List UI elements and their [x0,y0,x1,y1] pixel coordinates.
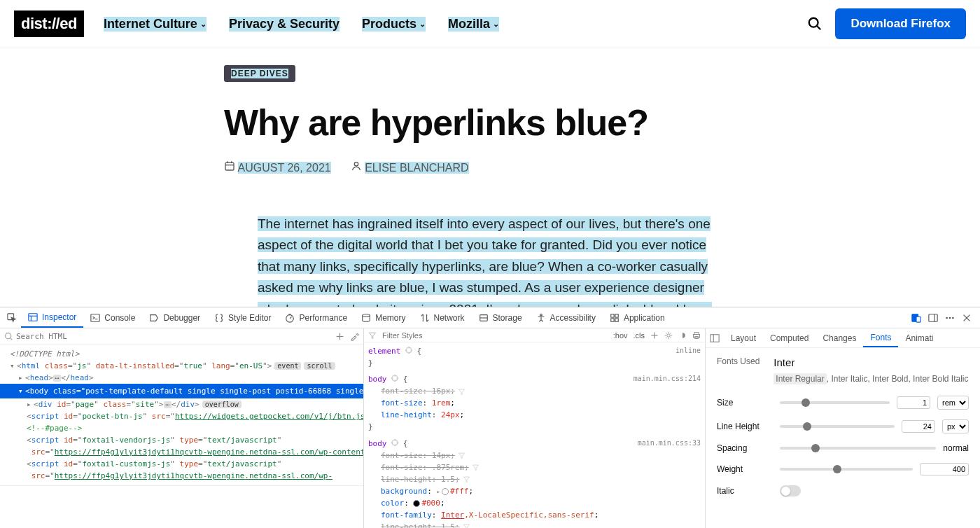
add-node-icon[interactable] [335,332,344,341]
svg-point-6 [354,162,358,166]
tab-inspector[interactable]: Inspector [21,307,83,328]
close-icon[interactable] [962,313,972,323]
chevron-down-icon: ⌄ [419,20,426,29]
responsive-mode-icon[interactable] [911,313,921,323]
devtools-tabs: Inspector Console Debugger Style Editor … [0,307,980,328]
person-icon [351,160,362,172]
print-mode-icon[interactable] [692,331,701,340]
svg-rect-17 [611,314,614,317]
tab-memory[interactable]: Memory [354,307,412,328]
kebab-menu-icon[interactable] [945,313,955,323]
search-icon [4,332,13,341]
search-icon[interactable] [807,16,822,32]
dark-mode-icon[interactable] [678,331,687,340]
devtools-panel: Inspector Console Debugger Style Editor … [0,307,980,341]
tab-accessibility[interactable]: Accessibility [529,307,603,328]
chevron-down-icon: ⌄ [493,20,499,29]
article: DEEP DIVES Why are hyperlinks blue? AUGU… [224,48,756,341]
svg-point-30 [6,333,11,339]
styles-panel: :hov .cls inlineelement {} main.min.css:… [364,328,706,341]
tab-console[interactable]: Console [83,307,142,328]
add-rule-icon[interactable] [650,331,659,340]
svg-rect-8 [29,313,37,321]
tab-layout[interactable]: Layout [724,328,763,341]
nav-privacy-security[interactable]: Privacy & Security [229,17,340,32]
article-date: AUGUST 26, 2021 [224,160,331,174]
article-title: Why are hyperlinks blue? [224,102,756,144]
dom-panel: <!DOCTYPE html> <html class="js" data-lt… [0,328,364,341]
tab-performance[interactable]: Performance [278,307,354,328]
svg-rect-37 [694,332,699,334]
svg-line-31 [10,338,12,340]
site-logo[interactable]: dist://ed [14,11,84,37]
tab-storage[interactable]: Storage [472,307,529,328]
calendar-icon [224,160,235,172]
nav-internet-culture[interactable]: Internet Culture ⌄ [104,17,206,32]
svg-rect-18 [615,314,618,317]
eyedropper-icon[interactable] [350,332,359,341]
dock-side-icon[interactable] [928,313,938,323]
chevron-down-icon: ⌄ [200,20,206,29]
light-mode-icon[interactable] [664,331,673,340]
dom-search-input[interactable] [16,332,335,341]
article-meta: AUGUST 26, 2021 ELISE BLANCHARD [224,160,756,174]
tab-animations[interactable]: Animati [898,328,940,341]
inspect-element-icon[interactable] [7,313,17,323]
tab-fonts[interactable]: Fonts [863,328,898,341]
svg-rect-38 [694,334,700,338]
svg-point-36 [667,333,671,337]
tab-changes[interactable]: Changes [816,328,863,341]
site-header: dist://ed Internet Culture ⌄ Privacy & S… [0,0,980,48]
svg-point-0 [809,18,818,27]
tab-application[interactable]: Application [603,307,672,328]
tab-style-editor[interactable]: Style Editor [207,307,278,328]
sidebar-toggle-icon[interactable] [710,333,720,342]
svg-line-1 [817,26,821,30]
tab-network[interactable]: Network [413,307,472,328]
svg-rect-20 [615,318,618,321]
svg-rect-22 [916,317,920,322]
svg-rect-43 [710,334,719,341]
tab-computed[interactable]: Computed [763,328,816,341]
main-nav: Internet Culture ⌄ Privacy & Security Pr… [104,17,808,32]
svg-point-27 [952,317,954,319]
svg-point-25 [946,317,948,319]
filter-icon [368,331,377,340]
cls-button[interactable]: .cls [634,331,645,340]
svg-rect-19 [611,318,614,321]
filter-styles-input[interactable] [382,331,608,340]
nav-mozilla[interactable]: Mozilla ⌄ [448,17,499,32]
fonts-panel: Layout Computed Changes Fonts Animati Fo… [706,328,980,341]
category-badge[interactable]: DEEP DIVES [224,65,295,82]
dom-search-row [0,328,363,341]
download-firefox-button[interactable]: Download Firefox [835,8,966,39]
nav-products[interactable]: Products ⌄ [362,17,426,32]
svg-point-16 [540,314,542,316]
svg-rect-2 [225,162,234,170]
svg-point-26 [949,317,951,319]
article-author[interactable]: ELISE BLANCHARD [351,160,469,174]
svg-rect-23 [929,314,937,321]
hov-button[interactable]: :hov [613,331,628,340]
svg-point-13 [363,314,370,317]
tab-debugger[interactable]: Debugger [142,307,207,328]
